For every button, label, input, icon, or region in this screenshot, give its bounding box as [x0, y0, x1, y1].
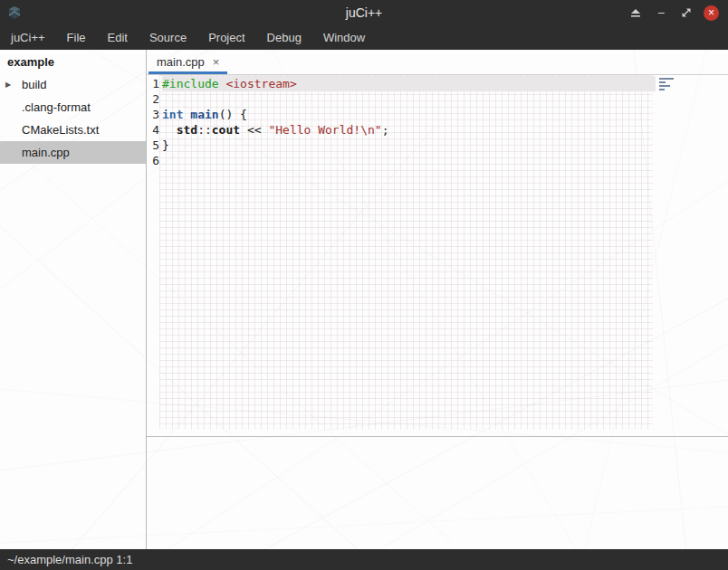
tree-item-label: CMakeLists.txt	[16, 123, 99, 137]
overview-dash	[659, 81, 666, 83]
code-lines: 1 #include <iostream> 2 3 int main() { 4…	[147, 76, 656, 168]
menu-bar: juCi++ File Edit Source Project Debug Wi…	[0, 25, 728, 50]
tree-root-example[interactable]: example	[0, 50, 146, 73]
code-token: () {	[219, 108, 247, 121]
tree-item-label: .clang-format	[16, 100, 91, 114]
code-token: <<	[240, 123, 268, 137]
code-line-3[interactable]: 3 int main() {	[147, 107, 656, 122]
tab-main-cpp[interactable]: main.cpp ×	[147, 50, 229, 74]
menu-file[interactable]: File	[56, 25, 97, 50]
line-content[interactable]: int main() {	[162, 107, 656, 122]
line-content[interactable]: std::cout << "Hello World!\n";	[162, 122, 656, 138]
menu-debug[interactable]: Debug	[256, 25, 312, 50]
output-panel[interactable]	[147, 436, 728, 549]
line-content[interactable]	[162, 91, 656, 107]
window-controls: − ×	[627, 5, 728, 21]
editor-column: main.cpp × 1 #include <iostream> 2	[147, 50, 728, 549]
code-overview-marks	[659, 78, 679, 92]
close-button[interactable]: ×	[704, 5, 719, 21]
status-bar: ~/example/main.cpp 1:1	[0, 549, 728, 570]
line-number: 1	[147, 76, 159, 91]
code-token: "Hello World!\n"	[268, 123, 381, 137]
line-number: 4	[147, 122, 159, 138]
code-token: std	[177, 123, 197, 137]
code-editor[interactable]: 1 #include <iostream> 2 3 int main() { 4…	[147, 75, 728, 436]
tree-item-build[interactable]: ▶ build	[0, 73, 146, 96]
code-token: main	[190, 108, 218, 121]
line-number: 2	[147, 91, 159, 107]
title-bar: juCi++ − ×	[0, 0, 728, 25]
code-line-6[interactable]: 6	[147, 153, 656, 168]
code-line-1[interactable]: 1 #include <iostream>	[147, 76, 656, 91]
window-title: juCi++	[0, 5, 728, 20]
code-line-4[interactable]: 4 std::cout << "Hello World!\n";	[147, 122, 656, 138]
tree-item-label: build	[16, 78, 46, 91]
tree-item-main-cpp[interactable]: main.cpp	[0, 141, 146, 164]
content-area: example ▶ build .clang-format CMakeLists…	[0, 50, 728, 549]
status-file-position: ~/example/main.cpp 1:1	[7, 553, 132, 566]
line-number: 6	[147, 153, 159, 168]
code-line-5[interactable]: 5 }	[147, 138, 656, 153]
menu-edit[interactable]: Edit	[97, 25, 139, 50]
overview-dash	[659, 85, 670, 87]
tab-close-icon[interactable]: ×	[213, 56, 220, 68]
overview-dash	[659, 78, 674, 80]
line-number: 3	[147, 107, 159, 122]
code-line-2[interactable]: 2	[147, 91, 656, 107]
minimize-button[interactable]: −	[653, 5, 669, 21]
menu-source[interactable]: Source	[139, 25, 197, 50]
overview-dash	[659, 89, 665, 90]
juci-window: juCi++ − × juCi++ File Edit Sourc	[0, 0, 728, 570]
tab-label: main.cpp	[157, 55, 205, 69]
code-token: ::	[197, 123, 212, 137]
code-token: }	[162, 138, 169, 152]
code-token: cout	[212, 123, 240, 137]
line-content[interactable]: }	[162, 138, 656, 153]
line-content[interactable]: #include <iostream>	[162, 76, 656, 91]
code-token	[162, 123, 177, 137]
app-icon	[6, 5, 23, 21]
tab-bar: main.cpp ×	[147, 50, 728, 75]
line-number: 5	[147, 138, 159, 153]
code-token: int	[162, 108, 183, 121]
code-token: ;	[382, 123, 389, 137]
expander-icon[interactable]: ▶	[0, 81, 16, 89]
tree-item-label: main.cpp	[16, 146, 70, 159]
code-token: #include	[162, 77, 219, 90]
eject-icon[interactable]	[627, 5, 644, 21]
restore-icon[interactable]	[678, 5, 694, 21]
menu-window[interactable]: Window	[312, 25, 376, 50]
tree-item-clang-format[interactable]: .clang-format	[0, 96, 146, 119]
file-tree: example ▶ build .clang-format CMakeLists…	[0, 50, 147, 549]
code-token: <iostream>	[225, 77, 296, 90]
tree-item-cmakelists[interactable]: CMakeLists.txt	[0, 119, 146, 141]
menu-jucipp[interactable]: juCi++	[0, 25, 56, 50]
line-content[interactable]	[162, 153, 656, 168]
menu-project[interactable]: Project	[197, 25, 255, 50]
